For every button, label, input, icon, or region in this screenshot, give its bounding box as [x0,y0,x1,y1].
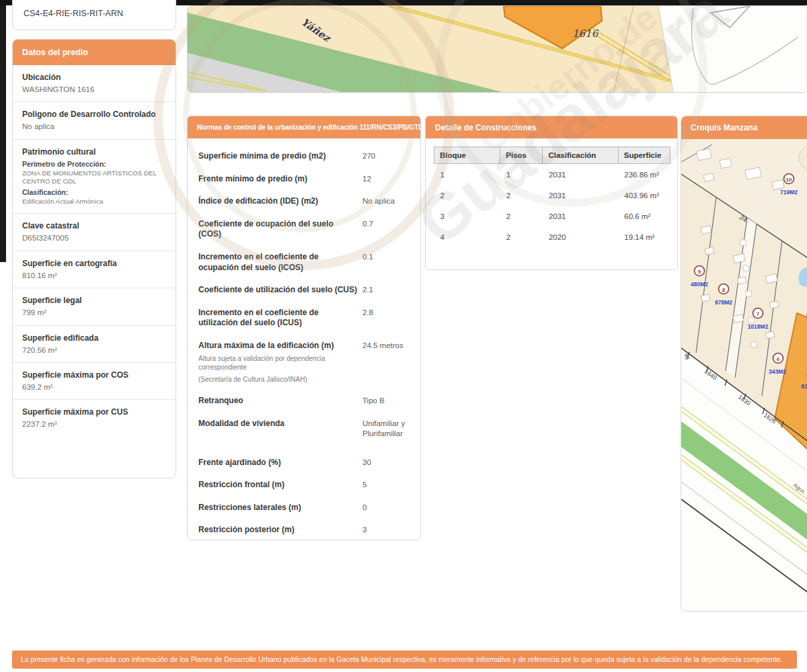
norma-row: Restricción frontal (m) 5 [198,474,410,497]
footer-disclaimer: La presente ficha es generada con inform… [12,650,797,669]
croquis-map: 247 48 1640 1 [681,139,807,612]
svg-text:10: 10 [786,177,792,183]
table-row: 3 2 2031 60.6 m² [434,206,670,226]
field-poligono: Poligono de Desarrollo Controlado No apl… [13,101,176,138]
lot-area-label: 480M2 [691,281,708,288]
clave-urbanistica-card: CS4-E4-RIE-RIS-RIT-ARN [12,0,176,30]
field-superficie-max-cos: Superficie máxima por COS 639.2 m² [13,362,176,399]
detalle-construcciones-panel: Detalle de Construcciones Bloque Pisos C… [425,116,678,270]
lot-area-label: 978M2 [715,299,732,306]
detalle-header: Detalle de Construcciones [426,116,677,138]
table-row: 2 2 2031 403.96 m² [434,185,670,206]
norma-row: Incremento en el coeficiente de ocupació… [198,246,410,279]
norma-row: Coeficiente de utilización del suelo (CU… [198,279,410,302]
norma-row: Frente mínimo de predio (m) 12 [198,168,410,191]
datos-predio-header: Datos del predio [13,40,176,65]
unzoned-white-area [658,6,806,92]
norma-row: Superficie mínima de predio (m2) 270 [198,145,410,168]
altura-note: Altura sujeta a validación por dependenc… [198,354,358,372]
lot-area-label: 81 [801,383,807,390]
svg-text:9: 9 [698,269,701,275]
field-patrimonio: Patrimonio cultural Perimetro de Protecc… [13,139,176,214]
field-superficie-cartografia: Superficie en cartografía 810.16 m² [13,251,176,288]
field-ubicacion: Ubicación WASHINGTON 1616 [13,65,176,101]
parcel-number-label: 1616 [572,28,599,40]
norma-row: Índice de edificación (IDE) (m2) No apli… [198,190,410,213]
normas-rows: Superficie mínima de predio (m2) 270 Fre… [188,138,420,542]
table-row: 4 2 2020 19.14 m² [434,226,670,247]
norma-row: Coeficiente de ocupación del suelo (COS)… [198,213,410,246]
lot-area-label: 1018M2 [748,323,769,330]
norma-row: Modalidad de vivienda Unifamiliar y Plur… [198,413,410,445]
norma-row: Incremento en el coeficiente de utilizac… [198,302,410,335]
svg-text:8: 8 [722,287,726,293]
normas-panel: Normas de control de la urbanización y e… [187,116,421,540]
construcciones-table: Bloque Pisos Clasificación Superficie 1 … [434,146,670,247]
field-superficie-legal: Superficie legal 799 m² [13,288,176,325]
table-row: 1 1 2031 236.86 m² [434,164,670,185]
datos-predio-fields: Ubicación WASHINGTON 1616 Poligono de De… [13,65,176,437]
norma-row: Restricción posterior (m) 3 [198,519,410,542]
svg-text:7: 7 [757,311,760,317]
field-clave-catastral: Clave catastral D65I3247005 [13,213,176,250]
field-superficie-max-cus: Superficie máxima por CUS 2237.2 m² [13,399,176,436]
normas-header: Normas de control de la urbanización y e… [188,116,420,138]
table-header-row: Bloque Pisos Clasificación Superficie [434,147,670,164]
croquis-manzana-panel: Croquis Manzana 247 [681,116,807,612]
datos-predio-panel: Datos del predio Ubicación WASHINGTON 16… [12,39,176,478]
location-map-svg: 1616 Yáñez [188,6,807,92]
lot-area-label: 343M2 [769,368,786,375]
clave-urbanistica: CS4-E4-RIE-RIS-RIT-ARN [13,0,176,18]
field-superficie-edificada: Superficie edificada 720.56 m² [13,325,176,362]
norma-row-altura: Altura máxima de la edificación (m) Altu… [198,335,410,390]
left-edge-bar [0,5,6,262]
norma-row: Restricciones laterales (m) 0 [198,497,410,519]
norma-row: Retranqueo Tipo B [198,390,410,413]
svg-text:6: 6 [777,356,780,362]
norma-row: Frente ajardinado (%) 30 [198,452,410,474]
altura-note: (Secretaría de Cultura Jalisco/INAH) [198,375,358,384]
croquis-header: Croquis Manzana [681,116,807,139]
lot-area-label: 719M2 [780,189,798,196]
location-map: 1616 Yáñez [187,5,807,93]
